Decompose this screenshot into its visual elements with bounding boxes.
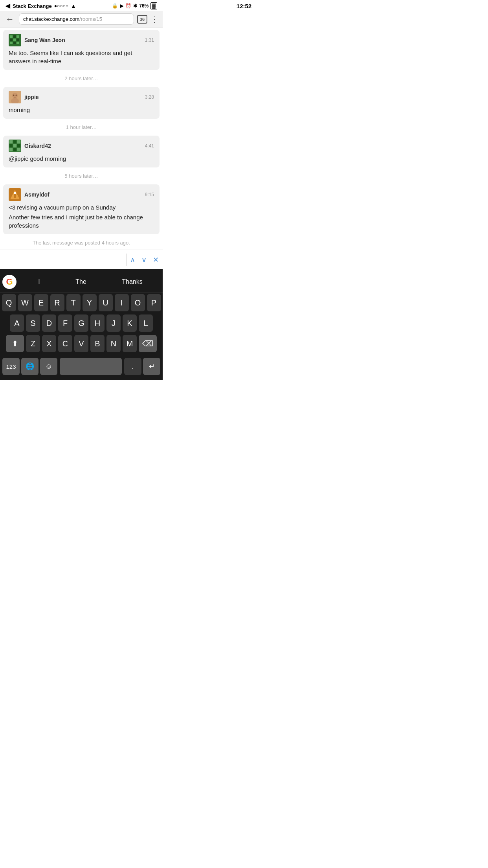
msg-body-1: Me too. Seems like I can ask questions a…	[9, 49, 154, 65]
svg-rect-27	[14, 194, 16, 198]
url-domain: chat.stackexchange.com	[23, 16, 79, 22]
key-row-1: Q W E R T Y U I O P	[1, 294, 162, 311]
key-p[interactable]: P	[147, 294, 161, 311]
key-z[interactable]: Z	[26, 335, 40, 352]
nav-up-button[interactable]: ∧	[130, 256, 135, 264]
svg-rect-4	[10, 39, 13, 41]
chat-text-input[interactable]	[4, 255, 123, 265]
message-block-3: Giskard42 4:41 @jippie good morning	[3, 136, 160, 167]
key-t[interactable]: T	[66, 294, 81, 311]
key-k[interactable]: K	[123, 314, 137, 332]
key-o[interactable]: O	[131, 294, 145, 311]
key-h[interactable]: H	[90, 314, 105, 332]
suggestion-the[interactable]: The	[71, 277, 91, 287]
key-e[interactable]: E	[34, 294, 48, 311]
key-d[interactable]: D	[42, 314, 56, 332]
svg-rect-8	[13, 42, 16, 44]
location-icon: ▶	[120, 3, 123, 9]
key-globe[interactable]: 🌐	[21, 358, 39, 375]
key-shift[interactable]: ⬆	[6, 335, 24, 352]
key-w[interactable]: W	[18, 294, 32, 311]
svg-rect-6	[17, 39, 19, 41]
msg-time-3: 4:41	[145, 143, 154, 149]
app-name: Stack Exchange	[13, 3, 52, 9]
avatar-giskard	[9, 140, 21, 152]
message-user-3: Giskard42	[9, 140, 51, 152]
key-return[interactable]: ↵	[143, 358, 160, 375]
key-n[interactable]: N	[106, 335, 121, 352]
svg-rect-22	[9, 148, 13, 151]
status-bar: ◀ Stack Exchange ●○○○○ ▲ 12:52 🔒 ▶ ⏰ ✱ 7…	[0, 0, 163, 11]
key-i[interactable]: I	[115, 294, 129, 311]
key-b[interactable]: B	[90, 335, 105, 352]
svg-rect-9	[17, 42, 19, 44]
key-u[interactable]: U	[99, 294, 113, 311]
wifi-icon: ▲	[71, 3, 76, 9]
msg-body-4-line1: <3 revising a vacuum pump on a Sunday	[9, 203, 154, 211]
username-1: Sang Wan Jeon	[24, 37, 65, 43]
key-j[interactable]: J	[106, 314, 121, 332]
time-separator-3: 5 hours later…	[0, 170, 163, 182]
key-row-2: A S D F G H J K L	[1, 314, 162, 332]
url-bar[interactable]: chat.stackexchange.com /rooms/15	[19, 13, 134, 25]
key-123[interactable]: 123	[2, 358, 20, 375]
google-logo: G	[2, 275, 17, 289]
key-space[interactable]	[60, 358, 122, 375]
svg-rect-17	[13, 140, 17, 143]
suggestion-i[interactable]: I	[33, 277, 44, 287]
key-l[interactable]: L	[139, 314, 153, 332]
key-y[interactable]: Y	[83, 294, 97, 311]
nav-close-button[interactable]: ✕	[153, 256, 159, 264]
battery-percent: 76%	[139, 3, 149, 9]
msg-body-4-line2: Another few tries and I might just be ab…	[9, 213, 154, 230]
msg-time-2: 3:28	[145, 94, 154, 100]
username-2: jippie	[24, 94, 39, 100]
svg-point-11	[12, 93, 18, 98]
key-g[interactable]: G	[74, 314, 88, 332]
key-r[interactable]: R	[50, 294, 64, 311]
signal-strength: ●○○○○	[54, 3, 68, 9]
msg-time-1: 1:31	[145, 37, 154, 43]
svg-rect-1	[10, 35, 13, 38]
key-backspace[interactable]: ⌫	[139, 335, 157, 352]
last-message-note: The last message was posted 4 hours ago.	[0, 237, 163, 250]
avatar-sangwan	[9, 34, 21, 46]
keyboard-rows: Q W E R T Y U I O P A S D F G H J K L ⬆ …	[0, 292, 163, 356]
msg-time-4: 9:15	[145, 192, 154, 197]
key-m[interactable]: M	[123, 335, 137, 352]
key-x[interactable]: X	[42, 335, 56, 352]
msg-body-3: @jippie good morning	[9, 154, 154, 163]
keyboard-bottom-row: 123 🌐 ☺ . ↵	[0, 356, 163, 380]
key-emoji[interactable]: ☺	[40, 358, 57, 375]
svg-rect-7	[10, 42, 13, 44]
time-separator-1: 2 hours later…	[0, 72, 163, 85]
tabs-button[interactable]: 36	[137, 15, 147, 24]
svg-rect-24	[17, 148, 20, 151]
keyboard: G I The Thanks Q W E R T Y U I O P A S D…	[0, 269, 163, 380]
svg-rect-18	[17, 140, 20, 143]
bluetooth-icon: ✱	[133, 3, 137, 9]
suggestion-items: I The Thanks	[20, 277, 160, 287]
input-area[interactable]: ∧ ∨ ✕	[0, 250, 163, 269]
svg-rect-23	[13, 148, 17, 151]
key-period[interactable]: .	[124, 358, 141, 375]
nav-down-button[interactable]: ∨	[141, 256, 147, 264]
message-user-4: Asmyldof	[9, 188, 50, 201]
svg-point-28	[14, 192, 16, 194]
key-s[interactable]: S	[26, 314, 40, 332]
key-a[interactable]: A	[10, 314, 24, 332]
svg-point-14	[16, 95, 17, 96]
svg-rect-21	[17, 144, 20, 147]
key-row-3: ⬆ Z X C V B N M ⌫	[1, 335, 162, 352]
input-nav-buttons: ∧ ∨ ✕	[130, 256, 159, 264]
more-menu-button[interactable]: ⋮	[150, 15, 159, 24]
browser-back-button[interactable]: ←	[4, 14, 16, 24]
message-user-1: Sang Wan Jeon	[9, 34, 65, 46]
username-3: Giskard42	[24, 143, 51, 149]
key-f[interactable]: F	[58, 314, 72, 332]
msg-body-2: morning	[9, 106, 154, 114]
key-c[interactable]: C	[58, 335, 72, 352]
key-q[interactable]: Q	[2, 294, 16, 311]
key-v[interactable]: V	[74, 335, 88, 352]
suggestion-thanks[interactable]: Thanks	[117, 277, 147, 287]
